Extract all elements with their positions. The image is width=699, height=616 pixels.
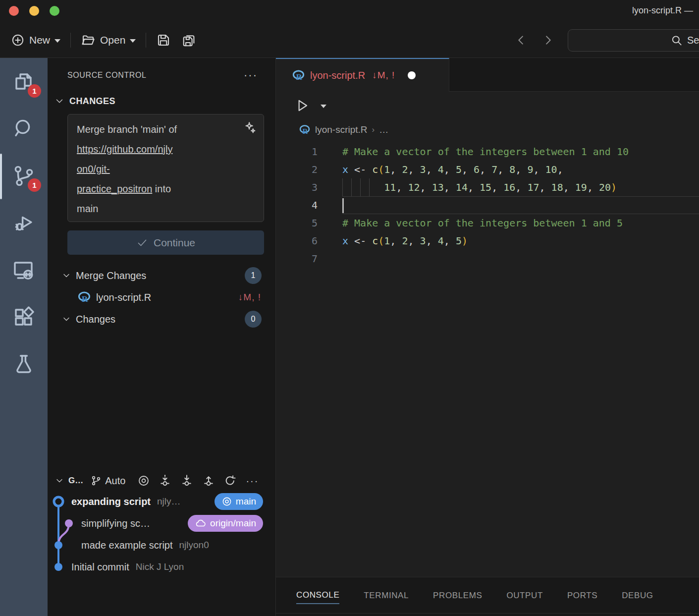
tab-file-name: lyon-script.R (310, 70, 365, 81)
code-token: 6 (474, 164, 480, 175)
panel-tab-output[interactable]: OUTPUT (506, 587, 542, 604)
changes-group[interactable]: Changes 0 (48, 308, 275, 330)
branch-icon (90, 475, 102, 487)
r-file-icon: R (77, 290, 91, 304)
navigate-forward-button[interactable] (541, 33, 555, 47)
code-token: x (342, 235, 348, 247)
code-token: , (420, 181, 432, 193)
activity-bar: 1 1 (0, 58, 48, 616)
minimize-window-button[interactable] (29, 6, 39, 16)
ai-sparkle-icon[interactable] (243, 120, 258, 135)
code-token: 5 (456, 235, 462, 247)
code-token: , (480, 164, 491, 175)
open-button[interactable]: Open (81, 33, 136, 48)
commit-row[interactable]: Initial commitNick J Lyon (48, 556, 275, 578)
svg-text:R: R (303, 127, 308, 135)
chevron-down-icon (61, 271, 71, 280)
refresh-icon[interactable] (223, 474, 237, 488)
indent-guide (342, 178, 343, 196)
breadcrumb[interactable]: R lyon-script.R › … (276, 119, 699, 140)
sidebar-item-testing[interactable] (0, 340, 48, 388)
sidebar-item-sessions[interactable] (0, 246, 48, 293)
continue-button-label: Continue (154, 237, 195, 249)
panel-tab-problems[interactable]: PROBLEMS (433, 587, 482, 604)
panel-tab-ports[interactable]: PORTS (567, 587, 597, 604)
branch-badge-origin-main[interactable]: origin/main (188, 515, 263, 532)
branch-badge-main[interactable]: main (215, 493, 263, 510)
code-token: , (515, 164, 527, 175)
breadcrumb-file[interactable]: lyon-script.R (315, 124, 368, 135)
continue-button[interactable]: Continue (67, 230, 264, 255)
code-editor[interactable]: 1# Make a vector of the integers between… (276, 140, 699, 577)
code-line[interactable]: 3 11, 12, 13, 14, 15, 16, 17, 18, 19, 20… (276, 178, 699, 196)
toolbar-divider (70, 33, 71, 48)
code-line[interactable]: 6x <- c(1, 2, 3, 4, 5) (276, 232, 699, 250)
sidebar-item-run-debug[interactable] (0, 199, 48, 246)
target-commit-icon[interactable] (137, 474, 150, 487)
auto-branch-label[interactable]: Auto (105, 475, 125, 487)
breadcrumb-symbol[interactable]: … (379, 124, 388, 135)
flask-icon (12, 352, 36, 376)
more-actions-icon[interactable]: ··· (244, 69, 258, 82)
editor-tab-lyon-script[interactable]: R lyon-script.R ↓M, ! (276, 58, 449, 92)
git-pull-icon[interactable] (180, 474, 194, 488)
code-token: x (342, 164, 348, 175)
code-token: , (563, 181, 575, 193)
indent-guide (369, 178, 370, 196)
commit-row[interactable]: made example scriptnjlyon0 (48, 534, 275, 556)
code-line[interactable]: 1# Make a vector of the integers between… (276, 143, 699, 161)
code-token: 18 (551, 181, 563, 193)
changes-section-label: CHANGES (69, 96, 115, 107)
console-session-icon (12, 258, 36, 282)
code-line[interactable]: 4 (276, 196, 699, 214)
sidebar-item-search[interactable] (0, 105, 48, 152)
code-token: ( (378, 235, 384, 247)
code-token (342, 181, 384, 193)
commit-message-input[interactable]: Merge branch 'main' ofhttps://github.com… (67, 114, 264, 222)
code-token: 3 (420, 235, 426, 247)
code-token: 19 (575, 181, 587, 193)
save-all-button[interactable] (182, 33, 197, 48)
maximize-window-button[interactable] (50, 6, 59, 16)
target-commit-icon (221, 496, 232, 507)
commit-message-line: main (77, 199, 255, 219)
panel-tab-console[interactable]: CONSOLE (296, 586, 339, 604)
chevron-down-icon[interactable] (54, 476, 64, 486)
graph-more-actions-icon[interactable]: ··· (246, 475, 259, 487)
code-line[interactable]: 5# Make a vector of the integers between… (276, 214, 699, 232)
code-token: <- (348, 164, 372, 175)
new-button[interactable]: New (11, 33, 60, 47)
close-window-button[interactable] (9, 6, 19, 16)
code-token: <- (348, 235, 372, 247)
search-input[interactable]: Se (568, 29, 699, 52)
panel-tab-debug[interactable]: DEBUG (622, 587, 653, 604)
svg-text:R: R (82, 294, 88, 304)
sidebar-item-source-control[interactable]: 1 (0, 152, 48, 199)
code-line[interactable]: 2x <- c(1, 2, 3, 4, 5, 6, 7, 8, 9, 10, (276, 161, 699, 178)
unsaved-changes-dot (408, 71, 416, 79)
changed-file-row[interactable]: R lyon-script.R ↓M, ! (48, 286, 275, 308)
code-line[interactable]: 7 (276, 250, 699, 268)
git-fetch-icon[interactable] (158, 474, 172, 488)
sidebar-item-explorer[interactable]: 1 (0, 58, 48, 105)
navigate-back-button[interactable] (514, 33, 528, 47)
commit-row[interactable]: simplifying sc…origin/main (48, 512, 275, 534)
line-number: 5 (276, 217, 318, 229)
commit-row[interactable]: expanding scriptnjly…main (48, 491, 275, 512)
run-button[interactable] (294, 98, 310, 113)
code-token: # Make a vector of the integers between … (342, 217, 623, 229)
top-toolbar: New Open Se (0, 23, 699, 58)
merge-changes-group[interactable]: Merge Changes 1 (48, 265, 275, 286)
source-control-badge: 1 (28, 178, 41, 192)
sidebar-item-extensions[interactable] (0, 293, 48, 340)
commit-message: simplifying sc… (81, 518, 150, 529)
graph-section-title: G… (68, 476, 83, 486)
git-push-icon[interactable] (202, 474, 215, 488)
line-number: 6 (276, 235, 318, 247)
code-token: , (408, 164, 420, 175)
panel-tab-terminal[interactable]: TERMINAL (364, 587, 409, 604)
run-options-dropdown[interactable] (321, 105, 326, 108)
save-button[interactable] (156, 33, 171, 48)
code-token: , (444, 164, 456, 175)
changes-section-header[interactable]: CHANGES (48, 96, 275, 107)
